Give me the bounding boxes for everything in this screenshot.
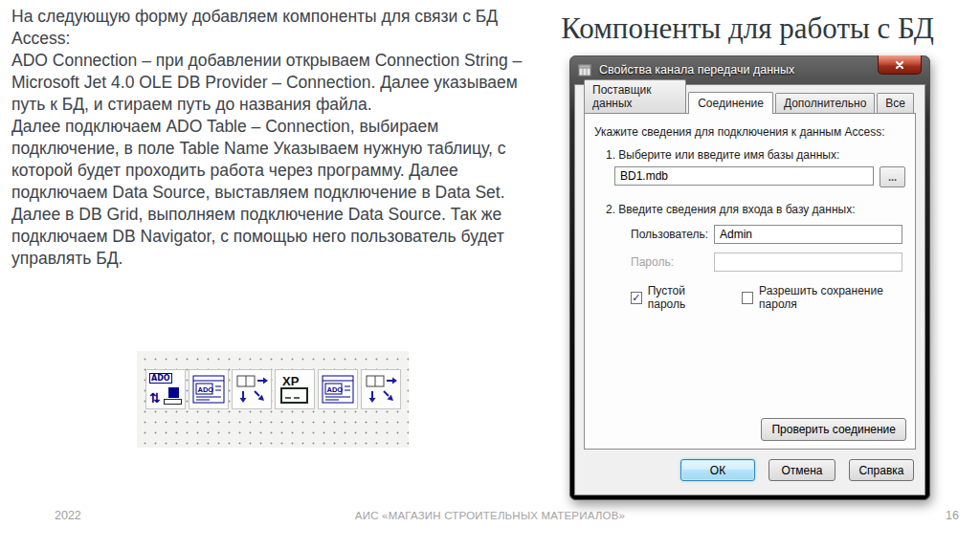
cancel-button[interactable]: Отмена [768,459,835,481]
tab-bar: Поставщик данных Соединение Дополнительн… [584,93,916,113]
save-password-checkbox[interactable] [742,292,753,304]
blank-password-label: Пустой пароль [648,284,718,311]
password-input [714,253,902,272]
ado-table-icon[interactable]: ADO [189,369,229,409]
xp-window-icon: XP [276,370,314,408]
updown-arrows-icon: ⇅ [149,391,161,405]
blank-password-checkbox[interactable]: ✓ [631,292,642,304]
dialog-button-row: ОК Отмена Справка [584,459,916,481]
tab-all[interactable]: Все [877,93,914,113]
datasource-arrows-icon [233,370,271,408]
dialog-body: Поставщик данных Соединение Дополнительн… [574,84,925,495]
footer-title: АИС «МАГАЗИН СТРОИТЕЛЬНЫХ МАТЕРИАЛОВ» [0,510,980,521]
step1-label: 1. Выберите или введите имя базы данных: [606,148,915,162]
plug-icon [168,387,179,398]
paragraph: Далее подключаем ADO Table – Connection,… [11,116,523,270]
plug-base [164,399,182,405]
save-password-label: Разрешить сохранение пароля [759,284,905,311]
body-text: На следующую форму добавляем компоненты … [11,6,523,270]
connection-tab-page: Укажите сведения для подключения к данны… [584,113,916,450]
database-name-input[interactable] [614,166,874,186]
step2-label: 2. Введите сведения для входа в базу дан… [606,203,915,216]
username-row: Пользователь: [631,225,905,244]
help-button[interactable]: Справка [849,459,914,481]
table-window-icon: ADO [189,370,228,408]
browse-button[interactable]: ... [880,166,905,187]
check-icon: ✓ [632,293,640,303]
tab-provider[interactable]: Поставщик данных [584,79,686,113]
dialog-title: Свойства канала передачи данных [599,63,794,77]
ado-connection-icon[interactable]: ADO ⇅ [145,369,186,409]
component-toolbar: ADO ⇅ ADO [145,369,401,409]
test-connection-button[interactable]: Проверить соединение [761,418,906,441]
datasource-arrows-icon [362,370,400,408]
database-name-row: ... [614,166,905,187]
password-label: Пароль: [631,255,714,269]
page-title: Компоненты для работы с БД [522,11,973,46]
ado-table-icon[interactable]: ADO [318,369,358,409]
tab-connection[interactable]: Соединение [688,92,773,114]
table-window-icon: ADO [319,370,357,408]
username-input[interactable] [714,225,902,244]
xp-manifest-icon[interactable]: XP [275,369,315,409]
page-heading: Укажите сведения для подключения к данны… [594,125,915,139]
dialog-icon [578,63,592,77]
close-button[interactable] [878,55,922,75]
data-source-icon[interactable] [232,369,272,409]
ado-label: ADO [149,373,172,384]
svg-text:XP: XP [282,374,300,388]
paragraph: На следующую форму добавляем компоненты … [11,6,523,50]
form-designer-grid: ADO ⇅ ADO [137,351,409,448]
paragraph: ADO Connection – при добавлении открывае… [11,50,523,116]
username-label: Пользователь: [631,228,714,241]
close-icon [894,59,905,71]
data-link-properties-dialog: Свойства канала передачи данных Поставщи… [569,55,930,500]
password-row: Пароль: [631,253,905,272]
svg-text:ADO: ADO [327,385,344,394]
checkbox-row: ✓ Пустой пароль Разрешить сохранение пар… [631,284,905,311]
data-source-icon[interactable] [361,369,401,409]
ok-button[interactable]: ОК [680,459,755,481]
svg-text:ADO: ADO [198,385,214,394]
footer-page-number: 16 [946,509,959,522]
tab-advanced[interactable]: Дополнительно [775,93,875,113]
